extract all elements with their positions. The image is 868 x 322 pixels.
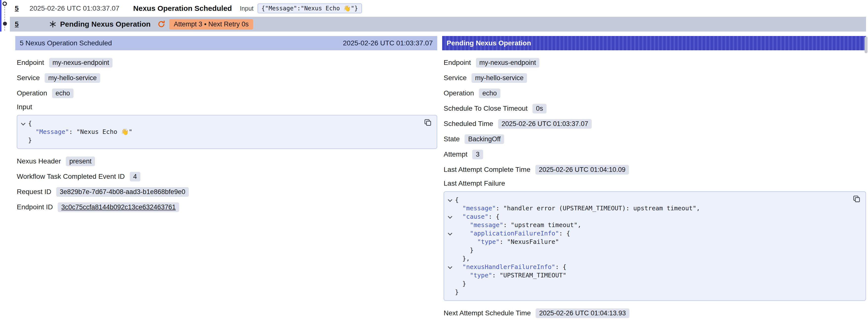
detail-label: Scheduled Time xyxy=(444,120,493,128)
chevron-down-icon[interactable] xyxy=(445,196,455,204)
detail-label: Attempt xyxy=(444,151,467,158)
code-text: } xyxy=(455,246,473,254)
detail-row: Servicemy-hello-service xyxy=(17,72,437,83)
detail-value-badge: my-nexus-endpoint xyxy=(49,58,113,68)
detail-row: Endpointmy-nexus-endpoint xyxy=(444,57,866,68)
detail-row: Schedule To Close Timeout0s xyxy=(444,103,866,114)
detail-label: State xyxy=(444,135,460,143)
failure-json-block: { "message": "handler error (UPSTREAM_TI… xyxy=(444,191,866,301)
code-gutter xyxy=(445,288,455,296)
chevron-down-icon[interactable] xyxy=(445,263,455,271)
code-gutter xyxy=(445,221,455,229)
event-title: Nexus Operation Scheduled xyxy=(133,4,232,12)
event-rows: 5 2025-02-26 UTC 01:03:37.07 Nexus Opera… xyxy=(10,0,868,32)
code-text: } xyxy=(455,280,466,288)
event-history-detail-view: 5 2025-02-26 UTC 01:03:37.07 Nexus Opera… xyxy=(0,0,868,322)
asterisk-icon xyxy=(49,21,56,28)
detail-value-badge: 3e829b7e-7d67-4b08-aad3-b1e868bfe9e0 xyxy=(56,187,189,197)
detail-value-badge: 2025-02-26 UTC 01:03:37.07 xyxy=(498,119,592,129)
code-text: "message": "handler error (UPSTREAM_TIME… xyxy=(455,204,700,213)
code-gutter xyxy=(18,136,28,144)
code-text: "message": "upstream timeout", xyxy=(455,221,581,229)
event-timestamp: 2025-02-26 UTC 01:03:37.07 xyxy=(30,4,119,12)
detail-row: Attempt3 xyxy=(444,149,866,160)
code-line: } xyxy=(445,288,861,296)
copy-button[interactable] xyxy=(852,195,862,205)
detail-row: Scheduled Time2025-02-26 UTC 01:03:37.07 xyxy=(444,118,866,129)
pending-detail-rows: Endpointmy-nexus-endpointServicemy-hello… xyxy=(444,57,866,175)
detail-label: Operation xyxy=(444,89,474,97)
detail-label: Nexus Header xyxy=(17,157,61,165)
code-text: "cause": { xyxy=(455,213,500,221)
detail-value-badge: my-nexus-endpoint xyxy=(476,58,539,68)
code-line: "nexusHandlerFailureInfo": { xyxy=(445,263,861,271)
pending-operation-panel: Pending Nexus Operation Endpointmy-nexus… xyxy=(442,36,866,322)
code-line: "Message": "Nexus Echo 👋" xyxy=(18,128,432,136)
input-json-chip[interactable]: {"Message":"Nexus Echo 👋"} xyxy=(257,3,362,13)
scrollbar-thumb[interactable] xyxy=(865,36,868,53)
copy-button[interactable] xyxy=(423,118,433,128)
detail-row: Operationecho xyxy=(444,88,866,99)
code-text: { xyxy=(28,119,32,128)
scheduled-meta-rows: Nexus HeaderpresentWorkflow Task Complet… xyxy=(17,156,437,213)
detail-label: Endpoint xyxy=(444,59,471,67)
detail-value-badge: BackingOff xyxy=(465,134,504,144)
code-gutter xyxy=(445,271,455,280)
detail-row: Endpointmy-nexus-endpoint xyxy=(17,57,437,68)
scheduled-detail-rows: Endpointmy-nexus-endpointServicemy-hello… xyxy=(17,57,437,99)
scheduled-panel-header: 5 Nexus Operation Scheduled 2025-02-26 U… xyxy=(15,36,437,50)
event-row-pending[interactable]: 5 Pending Nexus Operation Attempt 3 • Ne… xyxy=(10,17,866,32)
input-json-block: { "Message": "Nexus Echo 👋"} xyxy=(17,115,437,149)
chevron-down-icon[interactable] xyxy=(445,229,455,238)
pending-panel-header: Pending Nexus Operation xyxy=(442,36,866,50)
code-gutter xyxy=(445,246,455,254)
timeline-accent-bar xyxy=(0,0,1,32)
code-line: "applicationFailureInfo": { xyxy=(445,229,861,238)
code-text: } xyxy=(28,136,32,144)
code-line: } xyxy=(445,280,861,288)
code-text: "applicationFailureInfo": { xyxy=(455,229,570,238)
chevron-down-icon[interactable] xyxy=(445,213,455,221)
code-line: } xyxy=(445,246,861,254)
pending-operation-title: Pending Nexus Operation xyxy=(60,20,151,28)
detail-value-badge: 4 xyxy=(130,172,141,182)
code-line: "cause": { xyxy=(445,213,861,221)
code-text: "nexusHandlerFailureInfo": { xyxy=(455,263,566,271)
detail-value-badge: 2025-02-26 UTC 01:04:13.93 xyxy=(536,309,629,318)
chevron-down-icon[interactable] xyxy=(18,119,28,128)
detail-panels: 5 Nexus Operation Scheduled 2025-02-26 U… xyxy=(15,36,866,322)
detail-row: Workflow Task Completed Event ID4 xyxy=(17,171,437,182)
event-id-link[interactable]: 5 xyxy=(15,20,19,28)
event-id-link[interactable]: 5 xyxy=(15,4,19,12)
detail-value-badge: my-hello-service xyxy=(471,73,527,83)
detail-row: Next Attempt Schedule Time2025-02-26 UTC… xyxy=(444,308,866,319)
failure-json-lines: { "message": "handler error (UPSTREAM_TI… xyxy=(445,196,861,296)
circle-outline-icon xyxy=(2,1,7,6)
code-line: { xyxy=(445,196,861,204)
detail-value-link[interactable]: 3c0c75ccfa8144b092c13ce632463761 xyxy=(58,202,179,212)
code-text: "Message": "Nexus Echo 👋" xyxy=(28,128,132,136)
detail-row: Request ID3e829b7e-7d67-4b08-aad3-b1e868… xyxy=(17,186,437,197)
code-text: "type": "NexusFailure" xyxy=(455,238,559,246)
detail-row: Last Attempt Complete Time2025-02-26 UTC… xyxy=(444,164,866,175)
detail-value-badge: 3 xyxy=(472,150,483,159)
code-line: { xyxy=(18,119,432,128)
dot-icon xyxy=(3,22,7,26)
detail-label: Service xyxy=(17,74,40,82)
detail-row: Endpoint ID3c0c75ccfa8144b092c13ce632463… xyxy=(17,202,437,213)
detail-label: Service xyxy=(444,74,467,82)
detail-value-badge: my-hello-service xyxy=(45,73,100,83)
scheduled-event-panel: 5 Nexus Operation Scheduled 2025-02-26 U… xyxy=(15,36,437,217)
code-text: "type": "UPSTREAM_TIMEOUT" xyxy=(455,271,566,280)
detail-row: Operationecho xyxy=(17,88,437,99)
code-gutter xyxy=(445,238,455,246)
input-json-lines: { "Message": "Nexus Echo 👋"} xyxy=(18,119,432,144)
code-line: } xyxy=(18,136,432,144)
input-section-label: Input xyxy=(17,103,437,111)
copy-icon xyxy=(424,119,432,127)
copy-icon xyxy=(853,195,861,203)
code-text: { xyxy=(455,196,459,204)
event-row-scheduled[interactable]: 5 2025-02-26 UTC 01:03:37.07 Nexus Opera… xyxy=(10,0,868,17)
input-label: Input xyxy=(240,5,254,12)
code-line: "type": "UPSTREAM_TIMEOUT" xyxy=(445,271,861,280)
